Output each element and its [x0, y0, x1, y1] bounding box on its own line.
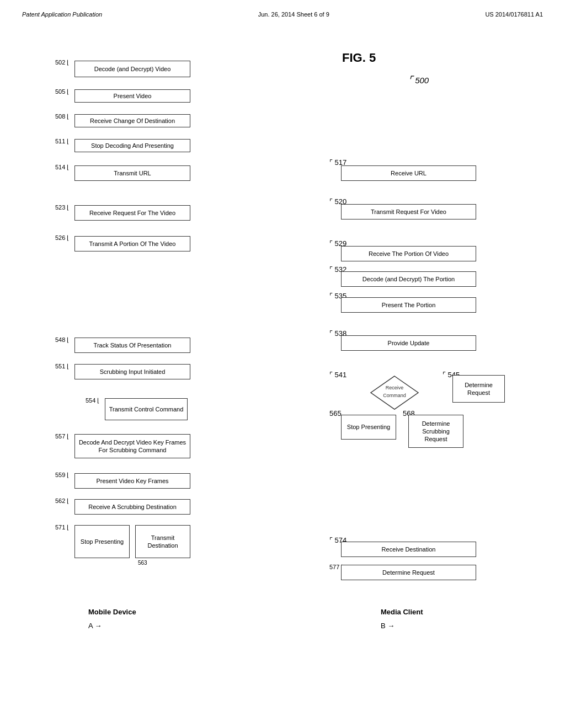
- ref-557-label: 557 ⌊: [55, 433, 69, 440]
- box-526: Transmit A Portion Of The Video: [74, 236, 190, 251]
- box-577: Determine Request: [341, 565, 476, 580]
- fig-number: 500: [415, 76, 429, 85]
- left-column-label: Mobile Device: [88, 608, 136, 616]
- ref-511-label: 511 ⌊: [55, 138, 69, 145]
- page-header: Patent Application Publication Jun. 26, …: [22, 11, 543, 18]
- right-col-ref: B →: [381, 622, 395, 630]
- box-502: Decode (and Decrypt) Video: [74, 61, 190, 77]
- fig-label: FIG. 5: [342, 51, 376, 65]
- box-562: Receive A Scrubbing Destination: [74, 499, 190, 515]
- ref-559-label: 559 ⌊: [55, 472, 69, 479]
- box-520: Transmit Request For Video: [341, 204, 476, 220]
- right-column-label: Media Client: [381, 608, 423, 616]
- box-511: Stop Decoding And Presenting: [74, 139, 190, 152]
- box-523: Receive Request For The Video: [74, 205, 190, 221]
- ref-548-label: 548 ⌊: [55, 336, 69, 344]
- box-563: Transmit Destination: [135, 525, 190, 558]
- box-538: Provide Update: [341, 335, 476, 351]
- page: Patent Application Publication Jun. 26, …: [0, 0, 565, 728]
- ref-523-label: 523 ⌊: [55, 204, 69, 211]
- box-559: Present Video Key Frames: [74, 473, 190, 489]
- box-574: Receive Destination: [341, 542, 476, 557]
- box-554: Transmit Control Command: [105, 398, 188, 420]
- svg-text:Command: Command: [383, 393, 406, 398]
- header-center: Jun. 26, 2014 Sheet 6 of 9: [258, 11, 329, 18]
- box-535: Present The Portion: [341, 297, 476, 313]
- ref-554-label: 554 ⌊: [86, 397, 99, 404]
- ref-562-label: 562 ⌊: [55, 497, 69, 505]
- ref-565-label: 565: [329, 409, 342, 417]
- ref-505-label: 505 ⌊: [55, 88, 69, 95]
- box-568: Determine Scrubbing Request: [408, 415, 463, 448]
- box-505: Present Video: [74, 89, 190, 103]
- box-514: Transmit URL: [74, 165, 190, 181]
- box-508: Receive Change Of Destination: [74, 114, 190, 127]
- svg-text:Receive: Receive: [386, 385, 404, 390]
- fig-ref-number: ⌜ 500: [408, 74, 429, 86]
- ref-526-label: 526 ⌊: [55, 234, 69, 242]
- box-565: Stop Presenting: [341, 415, 396, 440]
- box-571: Stop Presenting: [74, 525, 130, 558]
- box-517: Receive URL: [341, 165, 476, 181]
- ref-502-label: 502 ⌊: [55, 59, 69, 66]
- box-551: Scrubbing Input Initiated: [74, 364, 190, 379]
- box-557: Decode And Decrypt Video Key Frames For …: [74, 434, 190, 458]
- left-col-ref: A →: [88, 622, 102, 630]
- box-548: Track Status Of Presentation: [74, 338, 190, 353]
- ref-514-label: 514 ⌊: [55, 164, 69, 171]
- box-532: Decode (and Decrypt) The Portion: [341, 271, 476, 287]
- diamond-541: Receive Command: [370, 375, 419, 413]
- ref-508-label: 508 ⌊: [55, 113, 69, 120]
- header-right: US 2014/0176811 A1: [485, 11, 543, 18]
- ref-541-bracket: ⌜ 541: [329, 371, 347, 379]
- box-545: Determine Request: [452, 375, 505, 403]
- ref-563-label: 563: [138, 560, 147, 566]
- ref-571-label: 571 ⌊: [55, 524, 69, 531]
- header-left: Patent Application Publication: [22, 11, 102, 18]
- box-529: Receive The Portion Of Video: [341, 246, 476, 261]
- ref-551-label: 551 ⌊: [55, 363, 69, 370]
